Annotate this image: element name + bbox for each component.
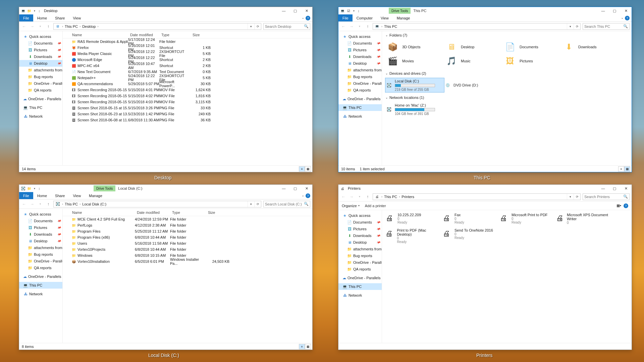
nav-item[interactable]: 🖧Network (338, 292, 382, 299)
nav-item[interactable]: 📁attachments from r (338, 246, 382, 252)
nav-item[interactable]: 🖼Pictures📌 (19, 224, 62, 231)
nav-item[interactable]: 📁attachments from r (19, 67, 62, 73)
search-input[interactable] (265, 202, 309, 206)
ribbon-collapse-icon[interactable]: ⌄ (302, 193, 304, 197)
drive-tile[interactable]: 💽Home on 'Mac' (Z:)104 GB free of 391 GB (385, 102, 444, 116)
printer-tile[interactable]: 🖨Microsoft XPS Document Writer0 (554, 212, 611, 228)
maximize-button[interactable]: ▢ (609, 7, 620, 14)
file-row[interactable]: 🟥MPC-HC x645/26/2018 10:47 AMShortcut2 K… (63, 63, 312, 69)
breadcrumb[interactable]: 🖥 › This PC › Desktop › ▾⟳ (53, 23, 261, 30)
nav-item[interactable]: 🖥Desktop📌 (19, 60, 62, 67)
breadcrumb-seg[interactable]: This PC (383, 24, 398, 28)
nav-item[interactable]: 🖥Desktop📌 (338, 60, 382, 67)
nav-item[interactable]: 📄Documents📌 (19, 40, 62, 47)
nav-item[interactable]: ☁OneDrive - Parallels I (19, 273, 62, 280)
details-view-button[interactable]: ≡ (299, 166, 305, 172)
file-row[interactable]: 🎞Screen Recording 2018-05-15 at 16.01.05… (63, 87, 312, 93)
close-button[interactable]: ✕ (620, 7, 632, 14)
nav-item[interactable]: 📁Bug reports (338, 73, 382, 80)
col-type[interactable]: Type (170, 210, 206, 215)
up-button[interactable]: ↑ (45, 23, 51, 29)
maximize-button[interactable]: ▢ (289, 185, 301, 192)
maximize-button[interactable]: ▢ (609, 185, 620, 192)
search-input[interactable] (265, 24, 309, 28)
printer-tile[interactable]: 🖨Fax0Ready (440, 212, 497, 228)
titlebar[interactable]: 💽 📁 ▾ | Drive Tools Local Disk (C:) — ▢ … (19, 185, 312, 192)
file-row[interactable]: 📁Program Files5/25/2018 11:12 AMFile fol… (63, 228, 312, 234)
recent-dropdown-icon[interactable]: ▾ (357, 194, 363, 200)
chevron-right-icon[interactable]: › (78, 25, 82, 28)
file-row[interactable]: 📁Program Files (x86)6/8/2018 10:44 AMFil… (63, 234, 312, 240)
breadcrumb-dropdown-icon[interactable]: ▾ (248, 23, 254, 29)
forward-button[interactable]: → (348, 194, 355, 200)
chevron-right-icon[interactable]: › (398, 195, 401, 198)
breadcrumb-seg[interactable]: This PC (64, 202, 78, 206)
file-row[interactable]: 🟥Media Player Classic5/24/2018 12:22 PM2… (63, 51, 312, 57)
folder-tile[interactable]: 📦3D Objects (385, 40, 444, 54)
chevron-right-icon[interactable]: › (380, 25, 383, 28)
nav-item[interactable]: 📁Bug reports (19, 73, 62, 80)
tab-computer[interactable]: Computer (353, 14, 377, 21)
chevron-right-icon[interactable]: › (61, 25, 64, 28)
nav-item[interactable]: 💻This PC (19, 282, 62, 289)
printer-tile[interactable]: 🖨Send To OneNote 20160Ready (440, 228, 497, 243)
nav-item[interactable]: 🖥Desktop📌 (338, 239, 382, 246)
add-printer-button[interactable]: Add a printer (365, 204, 386, 208)
nav-item[interactable]: ⬇Downloads📌 (19, 231, 62, 238)
breadcrumb-seg[interactable]: This PC (64, 24, 78, 28)
view-options-button[interactable]: ▦▾ (616, 203, 622, 208)
search-icon[interactable]: 🔍 (304, 202, 309, 206)
recent-dropdown-icon[interactable]: ▾ (37, 201, 43, 207)
breadcrumb[interactable]: 💽 › This PC › Local Disk (C:) ▾⟳ (53, 201, 261, 207)
nav-item[interactable]: 📁QA reports (19, 264, 62, 271)
printer-tile[interactable]: 🖨Microsoft Print to PDF0Ready (497, 212, 554, 228)
minimize-button[interactable]: — (597, 185, 609, 192)
nav-item[interactable]: ⬇Downloads📌 (338, 232, 382, 239)
file-row[interactable]: 🟧QA recommendations5/29/2018 5:07 PMMicr… (63, 81, 312, 87)
close-button[interactable]: ✕ (620, 185, 632, 192)
col-size[interactable]: Size (191, 33, 214, 37)
up-button[interactable]: ↑ (45, 201, 51, 207)
folder-tile[interactable]: 🎬Movies (385, 54, 444, 68)
help-icon[interactable]: ? (306, 16, 310, 20)
breadcrumb-dropdown-icon[interactable]: ▾ (567, 23, 574, 29)
nav-item[interactable]: 📄Documents📌 (338, 219, 382, 226)
search-box[interactable]: 🔍 (263, 23, 310, 30)
breadcrumb-seg[interactable]: This PC (383, 195, 398, 199)
nav-item[interactable]: 📁attachments from r (338, 67, 382, 73)
nav-item[interactable]: 📁OneDrive - Parallels (19, 258, 62, 264)
back-button[interactable]: ← (21, 201, 27, 207)
col-size[interactable]: Size (206, 210, 229, 215)
drive-tile[interactable]: 💽Local Disk (C:)219 GB free of 255 GB (385, 78, 444, 92)
nav-item[interactable]: 📁QA reports (19, 87, 62, 94)
nav-item[interactable]: 📁Bug reports (338, 252, 382, 259)
breadcrumb-dropdown-icon[interactable]: ▾ (567, 194, 574, 200)
help-icon[interactable]: ? (624, 203, 628, 208)
titlebar[interactable]: 🖨 Printers — ▢ ✕ (338, 185, 632, 192)
nav-item[interactable]: ★Quick access (338, 33, 382, 40)
icons-view-button[interactable]: ▦ (624, 166, 630, 172)
nav-item[interactable]: ☁OneDrive - Parallels I (338, 96, 382, 102)
search-icon[interactable]: 🔍 (304, 24, 309, 28)
forward-button[interactable]: → (348, 23, 355, 29)
chevron-right-icon[interactable]: › (78, 202, 82, 206)
col-name[interactable]: Name (63, 33, 128, 37)
ribbon-collapse-icon[interactable]: ⌄ (302, 16, 304, 19)
forward-button[interactable]: → (29, 23, 35, 29)
printer-tile[interactable]: 🖨Print to PDF (Mac Desktop)0Ready (383, 228, 440, 243)
up-button[interactable]: ↑ (365, 194, 371, 200)
nav-item[interactable]: ★Quick access (19, 211, 62, 218)
minimize-button[interactable]: — (278, 185, 289, 192)
chevron-right-icon[interactable]: › (380, 195, 383, 198)
search-input[interactable] (584, 24, 628, 28)
nav-item[interactable]: 📁QA reports (338, 266, 382, 273)
nav-item[interactable]: ⬇Downloads📌 (19, 53, 62, 60)
maximize-button[interactable]: ▢ (289, 7, 301, 14)
file-row[interactable]: 🖼Screen Shot 2018-05-15 at 15.26.225/15/… (63, 105, 312, 111)
breadcrumb[interactable]: 🖨 › This PC › Printers ▾⟳ (373, 193, 581, 200)
col-type[interactable]: Type (159, 33, 191, 37)
tab-manage[interactable]: Manage (85, 192, 106, 199)
qat-dropdown-icon[interactable]: ▾ (33, 186, 37, 191)
refresh-button[interactable]: ⟳ (254, 201, 261, 207)
tab-view[interactable]: View (69, 192, 85, 199)
